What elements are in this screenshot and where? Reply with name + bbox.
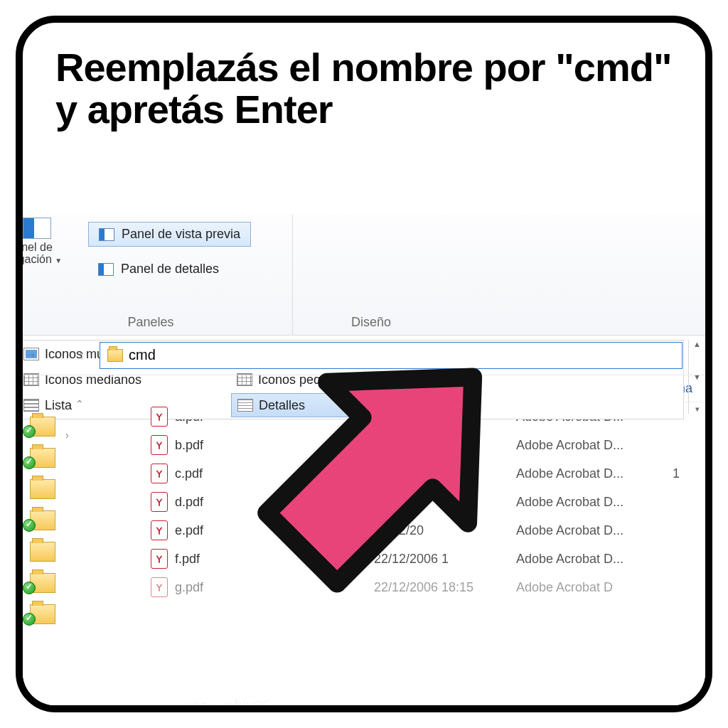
view-details[interactable]: Detalles bbox=[231, 393, 416, 417]
folder-icon bbox=[107, 349, 123, 362]
nav-bar: → ⌄ ↑ bbox=[16, 336, 712, 375]
file-row[interactable]: g.pdf22/12/2006 18:15Adobe Acrobat D bbox=[151, 573, 712, 601]
sync-check-icon bbox=[23, 582, 36, 594]
details-pane-label: Panel de detalles bbox=[121, 262, 219, 277]
chevron-down-icon: ▾ bbox=[695, 405, 700, 414]
nav-pane-button[interactable]: nel deegación ▼ bbox=[16, 215, 65, 276]
pdf-icon bbox=[151, 464, 168, 483]
forward-button[interactable]: → bbox=[23, 348, 38, 363]
file-row[interactable]: d.pdf22/1Adobe Acrobat D... bbox=[151, 488, 712, 516]
details-pane-icon bbox=[98, 263, 114, 276]
tree-expand-chevron[interactable]: › bbox=[65, 429, 69, 441]
tree-item[interactable] bbox=[16, 537, 91, 569]
folder-icon bbox=[30, 479, 55, 499]
details-icon bbox=[237, 399, 253, 412]
ribbon: nel deegación ▼ Panel de vista previa Pa… bbox=[16, 215, 712, 336]
tree-item[interactable] bbox=[16, 475, 91, 506]
tree-scroll-up[interactable]: ⌃ bbox=[75, 398, 84, 410]
list-icon bbox=[23, 399, 39, 412]
tree-item[interactable] bbox=[16, 506, 91, 537]
nav-pane-icon bbox=[23, 218, 51, 239]
address-bar[interactable] bbox=[100, 342, 682, 369]
file-list: a.pdf006 09:38Adobe Acrobat D... b.pdf09… bbox=[16, 402, 712, 601]
sync-check-icon bbox=[23, 519, 36, 532]
file-row[interactable]: b.pdf09:45Adobe Acrobat D... bbox=[151, 431, 712, 459]
ribbon-group-label-layout: Diseño bbox=[16, 315, 712, 330]
sync-check-icon bbox=[23, 425, 36, 438]
chevron-down-icon: ▼ bbox=[55, 257, 62, 264]
tree-item[interactable] bbox=[16, 412, 91, 444]
tree-item[interactable] bbox=[16, 600, 91, 631]
address-input[interactable] bbox=[129, 347, 675, 363]
file-row[interactable]: c.pdf7Adobe Acrobat D...1 bbox=[151, 459, 712, 488]
folder-icon bbox=[30, 542, 55, 562]
tree-item[interactable] bbox=[16, 569, 91, 600]
pdf-icon bbox=[151, 520, 168, 540]
pdf-icon bbox=[151, 435, 168, 455]
explorer-window: nel deegación ▼ Panel de vista previa Pa… bbox=[16, 215, 712, 712]
folder-tree[interactable] bbox=[16, 412, 91, 631]
preview-pane-label: Panel de vista previa bbox=[122, 227, 240, 242]
sync-check-icon bbox=[23, 613, 36, 626]
preview-pane-icon bbox=[99, 228, 114, 241]
fade-overlay bbox=[16, 670, 712, 712]
tutorial-card: Reemplazás el nombre por "cmd" y apretás… bbox=[16, 16, 712, 712]
pdf-icon bbox=[151, 577, 168, 597]
file-row[interactable]: f.pdf22/12/2006 1Adobe Acrobat D... bbox=[151, 545, 712, 573]
nav-pane-label-2: egación bbox=[16, 253, 52, 265]
up-button[interactable]: ↑ bbox=[74, 348, 90, 363]
tree-item[interactable] bbox=[16, 444, 91, 475]
pdf-icon bbox=[151, 492, 168, 512]
pdf-icon bbox=[151, 549, 168, 569]
nav-pane-label-1: nel de bbox=[21, 241, 53, 253]
history-dropdown[interactable]: ⌄ bbox=[48, 348, 64, 363]
pdf-icon bbox=[151, 407, 168, 427]
file-row[interactable]: e.pdf22/12/20Adobe Acrobat D... bbox=[151, 516, 712, 545]
details-pane-button[interactable]: Panel de detalles bbox=[88, 257, 229, 281]
headline: Reemplazás el nombre por "cmd" y apretás… bbox=[55, 47, 674, 131]
sync-check-icon bbox=[23, 456, 36, 469]
preview-pane-button[interactable]: Panel de vista previa bbox=[88, 222, 251, 247]
